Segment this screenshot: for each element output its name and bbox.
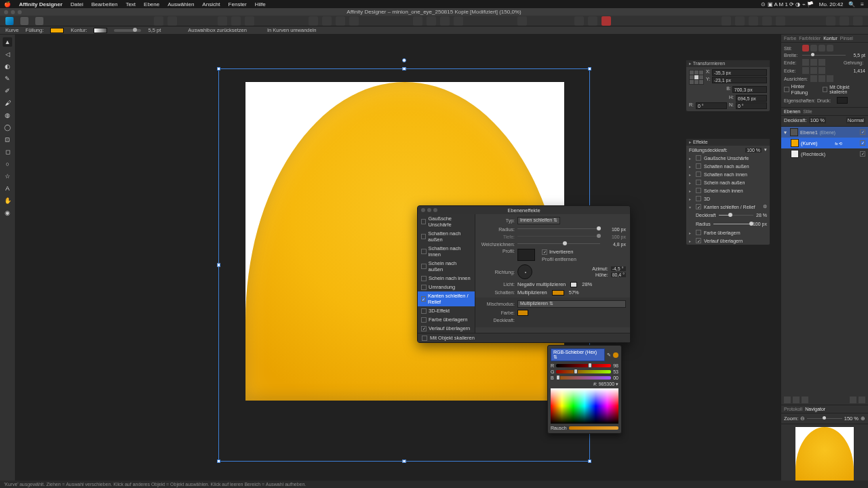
stroke-style-dash[interactable]	[818, 45, 825, 52]
layer-visible-checkbox[interactable]	[860, 129, 865, 135]
soften-slider[interactable]	[517, 241, 600, 247]
tab-farbe[interactable]: Farbe	[784, 36, 796, 41]
menu-ansicht[interactable]: Ansicht	[202, 1, 220, 7]
toolbar-btn[interactable]	[218, 16, 227, 26]
zoom-slider[interactable]	[807, 416, 842, 421]
depth-slider[interactable]	[517, 234, 600, 239]
effect-checkbox[interactable]	[696, 180, 701, 185]
tab-protokoll[interactable]: Protokoll	[784, 407, 802, 411]
light-mode[interactable]: Negativ multiplizieren	[517, 281, 566, 287]
tab-kontur[interactable]: Kontur	[823, 36, 837, 41]
hand-tool[interactable]: ✋	[3, 196, 12, 205]
toolbar-btn[interactable]	[735, 16, 745, 26]
menu-text[interactable]: Text	[125, 1, 136, 7]
cap-butt-btn[interactable]	[802, 59, 809, 66]
dialog-effect-item[interactable]: Farbe überlagern	[418, 315, 475, 324]
persona-designer-icon[interactable]	[5, 17, 14, 25]
toolbar-btn[interactable]	[154, 16, 163, 26]
effect-checkbox[interactable]	[421, 285, 427, 290]
resize-handle-nw[interactable]	[217, 67, 220, 70]
color-mode-select[interactable]: RGB-Schieber (Hex) ⇅	[551, 348, 605, 361]
effect-row[interactable]: ▸Gaußsche Unschärfe	[686, 154, 770, 162]
effect-checkbox[interactable]	[421, 276, 427, 281]
layer-fx-btn[interactable]	[784, 396, 791, 403]
direction-dial[interactable]	[517, 264, 532, 279]
text-tool[interactable]: A	[3, 184, 12, 193]
toolbar-btn[interactable]	[517, 16, 527, 26]
r-slider[interactable]	[556, 364, 611, 367]
pressure-profile[interactable]	[837, 97, 848, 104]
layer-delete-btn[interactable]	[859, 396, 865, 403]
menu-hilfe[interactable]: Hilfe	[255, 1, 266, 7]
app-name[interactable]: Affinity Designer	[19, 1, 62, 7]
convert-curves-btn[interactable]: In Kurven umwandeln	[267, 27, 317, 33]
radius-slider[interactable]	[713, 221, 750, 227]
toolbar-btn[interactable]	[454, 16, 463, 26]
stroke-swatch[interactable]	[94, 28, 107, 33]
toolbar-btn[interactable]	[322, 16, 332, 26]
resize-handle-n[interactable]	[403, 67, 406, 70]
effect-checkbox[interactable]	[696, 155, 701, 161]
color-spectrum[interactable]	[551, 388, 618, 424]
height-value[interactable]: 80,4 °	[611, 272, 626, 277]
toolbar-btn[interactable]	[826, 16, 835, 26]
effect-checkbox[interactable]	[421, 219, 426, 224]
dialog-effect-item[interactable]: Gaußsche Unschärfe	[418, 214, 475, 229]
effect-row[interactable]: ▸3D	[686, 195, 770, 203]
apple-icon[interactable]: 🍎	[4, 1, 11, 7]
tab-navigator[interactable]: Navigator	[805, 407, 825, 411]
layer-row-ebene1[interactable]: ▾Ebene1(Ebene)	[781, 127, 868, 138]
effect-checkbox[interactable]	[421, 296, 426, 302]
effect-checkbox[interactable]	[696, 196, 701, 201]
hex-menu-icon[interactable]: ▾	[616, 382, 618, 386]
toolbar-btn[interactable]	[336, 16, 345, 26]
layer-adj-btn[interactable]	[793, 396, 800, 403]
menu-auswaehlen[interactable]: Auswählen	[167, 1, 194, 7]
g-value[interactable]: 53	[613, 369, 618, 374]
fill-tool[interactable]: ◍	[3, 110, 12, 120]
toolbar-btn[interactable]	[440, 16, 450, 26]
behind-fill-checkbox[interactable]	[784, 87, 789, 92]
corner-tool[interactable]: ◐	[3, 62, 12, 71]
effect-checkbox[interactable]	[421, 326, 427, 331]
radius-slider[interactable]	[517, 226, 600, 232]
navigator-thumbnail[interactable]	[795, 427, 854, 485]
persona-pixel-icon[interactable]	[20, 17, 28, 25]
toolbar-btn[interactable]	[840, 16, 849, 26]
toolbar-btn[interactable]	[574, 16, 584, 26]
stroke-style-solid[interactable]	[802, 45, 809, 52]
effect-checkbox[interactable]	[421, 308, 427, 314]
dialog-effect-item[interactable]: Verlauf überlagern	[418, 324, 475, 333]
dialog-effect-item[interactable]: Schein nach außen	[418, 259, 475, 274]
reset-selbox-btn[interactable]: Auswahlbox zurücksetzen	[188, 27, 247, 33]
layer-blend-mode[interactable]: Normal	[846, 117, 865, 123]
join-round-btn[interactable]	[810, 67, 817, 74]
stroke-style-brush[interactable]	[827, 45, 833, 52]
layer-visible-checkbox[interactable]	[860, 140, 865, 146]
menu-datei[interactable]: Datei	[71, 1, 83, 7]
layer-row-rechteck[interactable]: (Rechteck)	[781, 148, 868, 159]
rotate-handle[interactable]	[402, 58, 406, 62]
anchor-widget[interactable]	[689, 70, 704, 85]
light-color-swatch[interactable]	[570, 282, 577, 287]
dialog-effect-item[interactable]: Kanten schleifen / Relief	[418, 291, 475, 306]
ellipse-tool[interactable]: ○	[3, 159, 12, 169]
effects-panel[interactable]: ▸ Effekte Füllungsdeckkraft:100 %▾ ▸Gauß…	[686, 138, 770, 245]
shadow-mode[interactable]: Multiplizieren	[517, 289, 547, 296]
notif-icon[interactable]: ≡	[861, 1, 864, 7]
y-input[interactable]	[712, 77, 767, 83]
node-tool[interactable]: ◁	[3, 49, 12, 59]
cap-square-btn[interactable]	[818, 59, 825, 66]
zoom-in-btn[interactable]: ⊕	[861, 415, 865, 422]
resize-handle-se[interactable]	[588, 460, 591, 463]
effect-checkbox[interactable]	[696, 238, 701, 243]
gear-icon[interactable]: ⚙	[763, 204, 767, 209]
persona-export-icon[interactable]	[35, 17, 43, 25]
effect-checkbox[interactable]	[421, 249, 427, 254]
transparency-tool[interactable]: ◯	[3, 123, 12, 132]
invert-checkbox[interactable]: ✓	[542, 249, 547, 255]
toolbar-btn[interactable]	[853, 16, 863, 26]
join-bevel-btn[interactable]	[818, 67, 825, 74]
x-input[interactable]	[712, 69, 767, 76]
scale-with-object-checkbox[interactable]	[422, 336, 427, 341]
